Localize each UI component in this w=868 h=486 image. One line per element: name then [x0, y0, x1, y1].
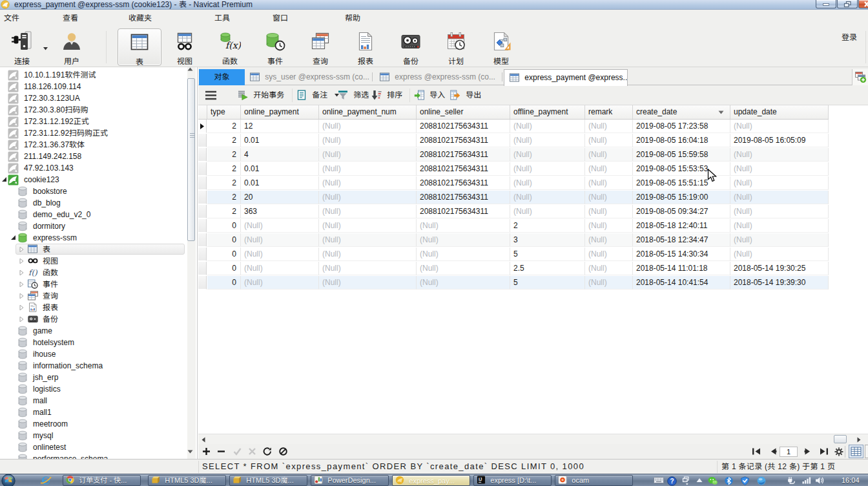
cell-create_date[interactable]: 2018-05-15 14:30:34 [633, 248, 730, 261]
tree-item-conn-172-30-3-123[interactable]: 172.30.3.123UA [0, 92, 187, 104]
row-gutter[interactable] [198, 233, 207, 247]
cell-update_date[interactable]: (Null) [730, 205, 829, 218]
tree-item-conn-172-31-12-192[interactable]: 172.31.12.192正式 [0, 116, 187, 127]
tree-item-queries[interactable]: 查询 [0, 290, 187, 302]
table-row[interactable]: 220(Null)2088102175634311(Null)(Null)201… [198, 191, 829, 205]
cell-create_date[interactable]: 2018-05-14 11:01:18 [633, 262, 730, 275]
scroll-right-button[interactable] [854, 434, 864, 444]
cell-online_payment[interactable]: 0.01 [241, 162, 319, 176]
cell-offline_payment[interactable]: (Null) [510, 120, 585, 133]
row-gutter[interactable] [198, 134, 207, 147]
stop-button[interactable] [279, 447, 287, 456]
tr-bt-icon[interactable] [725, 476, 733, 485]
tree-item-db-mall[interactable]: mall [0, 395, 187, 407]
tree-item-db-jsh_erp[interactable]: jsh_erp [0, 372, 187, 383]
table-toolbar-button-import[interactable]: 导入 [414, 85, 445, 105]
cell-type[interactable]: 0 [207, 233, 241, 247]
cell-update_date[interactable]: 2018-05-14 19:39:30 [730, 276, 829, 290]
tree-item-db-demo_edu_v2_0[interactable]: demo_edu_v2_0 [0, 209, 187, 220]
cell-online_seller[interactable]: 2088102175634311 [417, 205, 510, 218]
tree-item-db-mysql[interactable]: mysql [0, 430, 187, 441]
tree-item-db-information_schema[interactable]: information_schema [0, 360, 187, 372]
cell-remark[interactable]: (Null) [585, 148, 633, 162]
cell-online_seller[interactable]: 2088102175634311 [417, 120, 510, 133]
row-gutter[interactable] [198, 191, 207, 204]
tree-item-conn-47-92-103-143[interactable]: 47.92.103.143 [0, 162, 187, 174]
cell-offline_payment[interactable]: (Null) [510, 176, 585, 190]
cell-update_date[interactable]: (Null) [730, 233, 829, 247]
tree-item-conn-172-30-3-80[interactable]: 172.30.3.80扫码购 [0, 104, 187, 116]
collapsed-arrow-icon[interactable] [19, 258, 25, 264]
tree-item-db-db_blog[interactable]: db_blog [0, 197, 187, 209]
cell-remark[interactable]: (Null) [585, 120, 633, 133]
cell-online_payment_num[interactable]: (Null) [319, 205, 417, 218]
row-gutter[interactable] [198, 176, 207, 190]
table-row[interactable]: 212(Null)2088102175634311(Null)(Null)201… [198, 120, 829, 134]
cell-update_date[interactable]: (Null) [730, 176, 829, 190]
cell-offline_payment[interactable]: (Null) [510, 134, 585, 147]
cell-online_payment[interactable]: 0.01 [241, 134, 319, 147]
menu-item-help[interactable]: 帮助 [340, 10, 366, 27]
column-header-offline_payment[interactable]: offline_payment [510, 105, 585, 119]
cell-offline_payment[interactable]: (Null) [510, 205, 585, 218]
toolbar-button-view[interactable]: 视图 [163, 28, 207, 66]
cell-type[interactable]: 2 [207, 148, 241, 162]
cell-online_seller[interactable]: 2088102175634311 [417, 176, 510, 190]
collapsed-arrow-icon[interactable] [19, 281, 25, 288]
tree-item-tables[interactable]: 表 [0, 244, 187, 255]
taskbar-button-express-pay[interactable]: express_pay... [392, 475, 470, 486]
cell-online_payment_num[interactable]: (Null) [319, 262, 417, 275]
menu-item-view[interactable]: 查看 [57, 10, 83, 27]
toolbar-button-backup[interactable]: 备份 [389, 28, 433, 66]
cell-update_date[interactable]: (Null) [730, 162, 829, 176]
sidebar-scrollbar[interactable] [187, 67, 196, 459]
toolbar-button-function[interactable]: f(x) 函数 [208, 28, 252, 66]
taskbar-button-ocam[interactable]: ocam [555, 475, 633, 486]
tree-item-conn-172-31-36-37[interactable]: 172.31.36.37软体 [0, 139, 187, 151]
scroll-up-button[interactable] [187, 67, 196, 76]
cell-offline_payment[interactable]: 2.5 [510, 262, 585, 275]
restore-button[interactable] [837, 0, 858, 8]
cell-type[interactable]: 0 [207, 262, 241, 275]
tab-express_payment[interactable]: express_payment @express... [504, 69, 628, 86]
cell-online_payment_num[interactable]: (Null) [319, 219, 417, 233]
horizontal-scrollbar-thumb[interactable] [834, 435, 847, 443]
toolbar-button-report[interactable]: 报表 [344, 28, 388, 66]
settings-gear-button[interactable] [834, 447, 843, 456]
cell-online_payment[interactable]: 0.01 [241, 176, 319, 190]
row-gutter[interactable] [198, 148, 207, 162]
cell-type[interactable]: 0 [207, 219, 241, 233]
cell-online_seller[interactable]: (Null) [417, 233, 510, 247]
cell-online_seller[interactable]: (Null) [417, 219, 510, 233]
tr-sphere-icon[interactable] [757, 476, 766, 485]
cell-type[interactable]: 0 [207, 248, 241, 261]
discard-changes-button[interactable] [248, 447, 256, 456]
cell-online_seller[interactable]: 2088102175634311 [417, 134, 510, 147]
tree-item-db-express-ssm[interactable]: express-ssm [0, 232, 187, 244]
tree-item-conn-211-149-242-158[interactable]: 211.149.242.158 [0, 151, 187, 162]
cell-online_payment_num[interactable]: (Null) [319, 191, 417, 204]
expanded-arrow-icon[interactable] [10, 235, 17, 241]
tab-objects[interactable]: 对象 [199, 69, 245, 85]
cell-online_payment[interactable]: (Null) [241, 233, 319, 247]
cell-offline_payment[interactable]: 5 [510, 276, 585, 290]
cell-type[interactable]: 2 [207, 205, 241, 218]
cell-type[interactable]: 2 [207, 134, 241, 147]
tree-item-db-hotelsystem[interactable]: hotelsystem [0, 337, 187, 348]
cell-offline_payment[interactable]: (Null) [510, 191, 585, 204]
table-row[interactable]: 20.01(Null)2088102175634311(Null)(Null)2… [198, 176, 829, 191]
table-row[interactable]: 0(Null)(Null)(Null)2.5(Null)2018-05-14 1… [198, 262, 829, 276]
minimize-button[interactable] [816, 0, 836, 8]
row-gutter[interactable] [198, 120, 207, 133]
cell-online_seller[interactable]: 2088102175634311 [417, 191, 510, 204]
tree-item-views[interactable]: 视图 [0, 255, 187, 267]
cell-update_date[interactable]: (Null) [730, 191, 829, 204]
tree-item-db-logistics[interactable]: logistics [0, 383, 187, 395]
collapsed-arrow-icon[interactable] [19, 293, 25, 299]
cell-remark[interactable]: (Null) [585, 176, 633, 190]
toolbar-button-table[interactable]: 表 [118, 28, 161, 66]
cell-create_date[interactable]: 2018-05-18 12:34:47 [633, 233, 730, 247]
tab-sys_user[interactable]: sys_user @express-ssm (co... [245, 69, 373, 85]
cell-offline_payment[interactable]: 5 [510, 248, 585, 261]
tree-item-db-dormitory[interactable]: dormitory [0, 220, 187, 232]
